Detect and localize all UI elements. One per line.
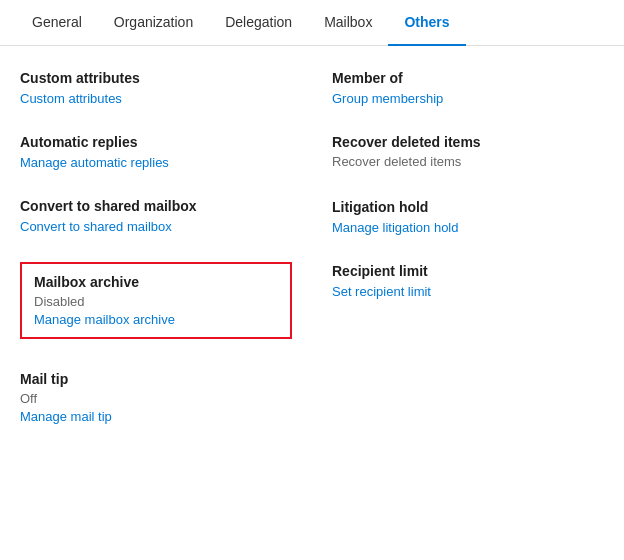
main-content: Custom attributesCustom attributesAutoma… <box>0 46 624 476</box>
section-convert-shared-mailbox: Convert to shared mailboxConvert to shar… <box>20 198 312 262</box>
section-custom-attributes: Custom attributesCustom attributes <box>20 70 312 134</box>
section-title-mailbox-archive: Mailbox archive <box>34 274 278 290</box>
section-title-custom-attributes: Custom attributes <box>20 70 292 86</box>
left-column: Custom attributesCustom attributesAutoma… <box>20 70 312 452</box>
section-mail-tip: Mail tipOffManage mail tip <box>20 371 312 452</box>
section-link-member-of[interactable]: Group membership <box>332 91 443 106</box>
section-title-litigation-hold: Litigation hold <box>332 199 604 215</box>
section-subtitle-recover-deleted-items: Recover deleted items <box>332 154 604 169</box>
right-column: Member ofGroup membershipRecover deleted… <box>312 70 604 452</box>
section-subtitle-mail-tip: Off <box>20 391 292 406</box>
tab-mailbox[interactable]: Mailbox <box>308 0 388 46</box>
section-member-of: Member ofGroup membership <box>312 70 604 134</box>
section-title-member-of: Member of <box>332 70 604 86</box>
section-automatic-replies: Automatic repliesManage automatic replie… <box>20 134 312 198</box>
section-title-automatic-replies: Automatic replies <box>20 134 292 150</box>
tab-organization[interactable]: Organization <box>98 0 209 46</box>
highlighted-box-mailbox-archive: Mailbox archiveDisabledManage mailbox ar… <box>20 262 292 339</box>
section-link-custom-attributes[interactable]: Custom attributes <box>20 91 122 106</box>
tab-delegation[interactable]: Delegation <box>209 0 308 46</box>
nav-tabs: GeneralOrganizationDelegationMailboxOthe… <box>0 0 624 46</box>
section-mailbox-archive: Mailbox archiveDisabledManage mailbox ar… <box>20 262 312 355</box>
section-title-recipient-limit: Recipient limit <box>332 263 604 279</box>
tab-general[interactable]: General <box>16 0 98 46</box>
section-title-convert-shared-mailbox: Convert to shared mailbox <box>20 198 292 214</box>
section-link-mailbox-archive[interactable]: Manage mailbox archive <box>34 312 175 327</box>
section-recipient-limit: Recipient limitSet recipient limit <box>312 263 604 327</box>
section-link-automatic-replies[interactable]: Manage automatic replies <box>20 155 169 170</box>
section-link-litigation-hold[interactable]: Manage litigation hold <box>332 220 458 235</box>
section-link-convert-shared-mailbox[interactable]: Convert to shared mailbox <box>20 219 172 234</box>
section-litigation-hold: Litigation holdManage litigation hold <box>312 199 604 263</box>
section-link-mail-tip[interactable]: Manage mail tip <box>20 409 112 424</box>
section-subtitle-mailbox-archive: Disabled <box>34 294 278 309</box>
section-link-recipient-limit[interactable]: Set recipient limit <box>332 284 431 299</box>
section-title-recover-deleted-items: Recover deleted items <box>332 134 604 150</box>
section-recover-deleted-items: Recover deleted itemsRecover deleted ite… <box>312 134 604 199</box>
tab-others[interactable]: Others <box>388 0 465 46</box>
section-title-mail-tip: Mail tip <box>20 371 292 387</box>
